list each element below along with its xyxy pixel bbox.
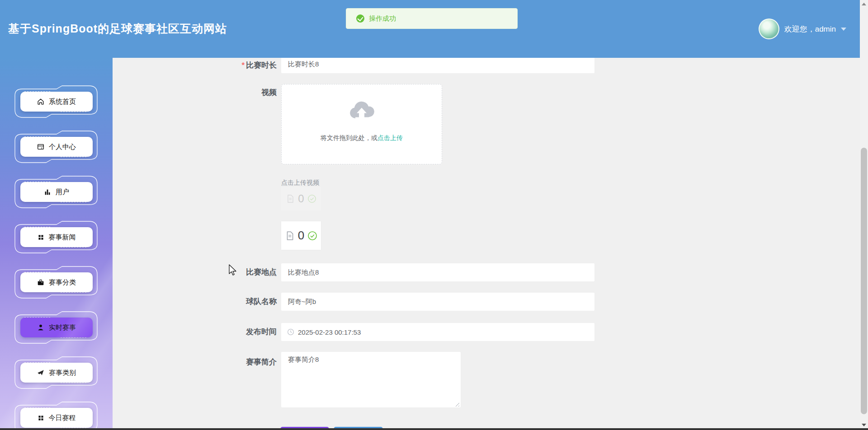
home-icon bbox=[37, 98, 45, 106]
sidebar-item-profile[interactable]: 个人中心 bbox=[0, 124, 113, 169]
location-input[interactable] bbox=[281, 263, 594, 281]
sidebar-item-label: 今日赛程 bbox=[49, 414, 76, 422]
dropzone-text: 将文件拖到此处，或 bbox=[321, 134, 377, 141]
required-mark: * bbox=[241, 61, 245, 70]
sidebar-item-label: 赛事新闻 bbox=[49, 233, 76, 242]
sidebar-item-live-matches[interactable]: 实时赛事 bbox=[0, 305, 113, 350]
scroll-up-arrow[interactable] bbox=[862, 3, 866, 5]
grid-icon bbox=[37, 234, 45, 241]
duration-label: *比赛时长 bbox=[195, 61, 277, 70]
team-name-label: 球队名称 bbox=[195, 298, 277, 306]
check-circle-icon bbox=[307, 231, 317, 241]
upload-hint: 点击上传视频 bbox=[281, 179, 319, 187]
upload-link[interactable]: 点击上传 bbox=[377, 134, 403, 141]
sidebar-item-label: 实时赛事 bbox=[49, 323, 76, 332]
team-name-input[interactable] bbox=[281, 293, 594, 311]
sidebar-item-home[interactable]: 系统首页 bbox=[0, 79, 113, 124]
scrollbar-thumb[interactable] bbox=[861, 148, 867, 414]
file-count: 0 bbox=[298, 229, 304, 243]
check-circle-icon bbox=[356, 14, 364, 23]
paper-plane-icon bbox=[37, 369, 45, 377]
intro-label: 赛事简介 bbox=[195, 358, 277, 366]
sidebar-item-label: 个人中心 bbox=[49, 143, 76, 151]
file-count: 0 bbox=[298, 192, 304, 205]
check-circle-icon bbox=[307, 194, 316, 203]
grid-icon bbox=[37, 414, 45, 422]
sidebar-item-label: 系统首页 bbox=[49, 98, 76, 106]
document-icon bbox=[286, 194, 295, 203]
video-dropzone[interactable]: 将文件拖到此处，或点击上传 bbox=[281, 84, 442, 164]
publish-time-input[interactable]: 2025-02-23 00:17:53 bbox=[281, 323, 594, 341]
scrollbar[interactable] bbox=[860, 0, 868, 430]
sidebar: 系统首页 个人中心 用户 bbox=[0, 58, 113, 430]
sidebar-item-label: 赛事分类 bbox=[49, 278, 76, 287]
upload-cloud-icon bbox=[282, 98, 442, 122]
sidebar-menu: 系统首页 个人中心 用户 bbox=[0, 58, 113, 430]
chevron-down-icon[interactable] bbox=[841, 28, 846, 31]
frame-decoration bbox=[13, 355, 99, 390]
intro-textarea[interactable]: 赛事简介8 bbox=[281, 352, 461, 407]
clock-icon bbox=[287, 328, 294, 336]
upload-file-item[interactable]: 0 bbox=[281, 221, 321, 250]
sidebar-item-today-schedule[interactable]: 今日赛程 bbox=[0, 395, 113, 430]
frame-decoration bbox=[13, 265, 99, 300]
sidebar-item-users[interactable]: 用户 bbox=[0, 169, 113, 215]
bottom-edge-strip bbox=[0, 428, 868, 430]
document-icon bbox=[285, 231, 295, 241]
publish-time-label: 发布时间 bbox=[195, 328, 277, 336]
sidebar-item-news[interactable]: 赛事新闻 bbox=[0, 215, 113, 260]
frame-decoration bbox=[13, 400, 99, 430]
location-label: 比赛地点 bbox=[195, 268, 277, 276]
bar-chart-icon bbox=[43, 188, 52, 196]
publish-time-value: 2025-02-23 00:17:53 bbox=[298, 328, 361, 336]
briefcase-icon bbox=[37, 278, 45, 286]
success-toast: 操作成功 bbox=[346, 8, 518, 29]
sidebar-item-label: 赛事类别 bbox=[49, 369, 76, 377]
site-title: 基于SpringBoot的足球赛事社区互动网站 bbox=[8, 21, 227, 36]
scroll-down-arrow[interactable] bbox=[862, 424, 866, 426]
sidebar-item-match-types[interactable]: 赛事类别 bbox=[0, 350, 113, 395]
user-icon bbox=[37, 323, 45, 332]
user-menu[interactable]: 欢迎您，admin bbox=[759, 0, 846, 58]
video-label: 视频 bbox=[195, 89, 277, 97]
welcome-text: 欢迎您，admin bbox=[784, 24, 836, 34]
toast-message: 操作成功 bbox=[369, 14, 396, 23]
duration-input[interactable] bbox=[281, 55, 594, 73]
sidebar-item-categories[interactable]: 赛事分类 bbox=[0, 260, 113, 305]
upload-file-item-ghost: 0 bbox=[281, 187, 321, 210]
avatar[interactable] bbox=[759, 19, 779, 39]
frame-decoration bbox=[13, 310, 99, 345]
profile-card-icon bbox=[37, 143, 45, 151]
sidebar-item-label: 用户 bbox=[56, 188, 69, 196]
